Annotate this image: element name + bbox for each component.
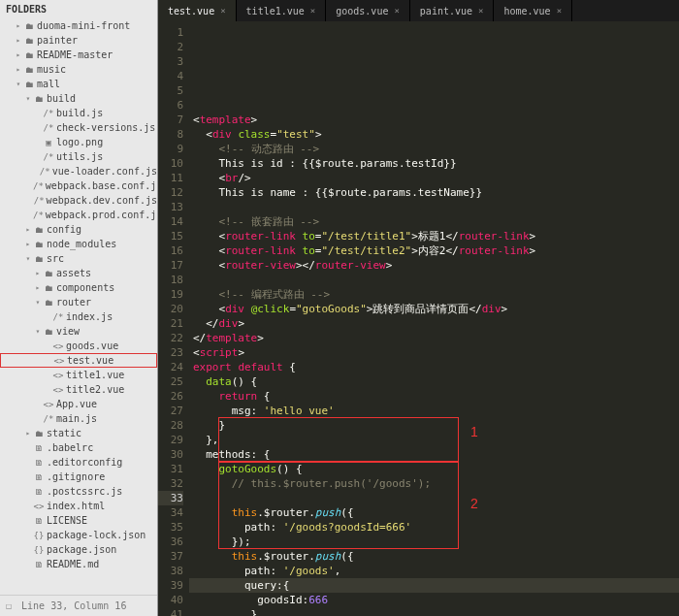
tree-node-label: webpack.base.conf.js xyxy=(46,180,157,191)
sidebar-statusbar: ☐ Line 33, Column 16 xyxy=(0,595,157,616)
code-line[interactable] xyxy=(189,200,679,214)
code-line[interactable]: this.$router.push({ xyxy=(189,549,679,564)
tree-node[interactable]: <>test.vue xyxy=(0,353,157,368)
code-line[interactable]: goodsId:666 xyxy=(189,593,679,607)
tree-node[interactable]: /*vue-loader.conf.js xyxy=(0,164,157,178)
code-line[interactable]: <!-- 嵌套路由 --> xyxy=(189,214,679,229)
code-line[interactable]: // this.$router.push('/goods'); xyxy=(189,476,679,491)
code-line[interactable]: <div @click="gotoGoods">跳转到商品详情页面</div> xyxy=(189,302,679,316)
tree-node[interactable]: /*index.js xyxy=(0,309,157,324)
code-line[interactable]: <div class="test"> xyxy=(189,127,679,142)
tree-node[interactable]: 🗎README.md xyxy=(0,557,157,571)
tree-node[interactable]: ▾🖿view xyxy=(0,324,157,339)
tree-node[interactable]: <>title2.vue xyxy=(0,382,157,397)
code-line[interactable]: This is id : {{$route.params.testId}} xyxy=(189,156,679,171)
code-line[interactable]: this.$router.push({ xyxy=(189,505,679,520)
twisty-icon: ▾ xyxy=(33,298,43,307)
tree-node[interactable]: ▾🖿src xyxy=(0,251,157,266)
tree-node[interactable]: {}package-lock.json xyxy=(0,528,157,542)
tree-node[interactable]: /*webpack.prod.conf.js xyxy=(0,208,157,222)
tree-node[interactable]: ▸🖿components xyxy=(0,280,157,295)
tree-node[interactable]: /*check-versions.js xyxy=(0,120,157,135)
tree-node[interactable]: /*main.js xyxy=(0,411,157,426)
code-line[interactable]: <router-link to="/test/title2">内容2</rout… xyxy=(189,243,679,258)
tree-node[interactable]: ▸🖿music xyxy=(0,62,157,77)
tree-node[interactable]: 🗎LICENSE xyxy=(0,513,157,528)
code-line[interactable]: This is name : {{$route.params.testName}… xyxy=(189,185,679,200)
code-line[interactable]: data() { xyxy=(189,374,679,389)
close-icon[interactable]: × xyxy=(557,6,562,16)
tab[interactable]: title1.vue× xyxy=(237,0,327,21)
code-line[interactable]: path: '/goods?goodsId=666' xyxy=(189,520,679,535)
tree-node[interactable]: <>goods.vue xyxy=(0,339,157,353)
tree-node[interactable]: ▸🖿duoma-mini-front xyxy=(0,18,157,33)
tree-node[interactable]: ▸🖿static xyxy=(0,426,157,440)
code-line[interactable]: <!-- 动态路由 --> xyxy=(189,142,679,156)
code-line[interactable]: <router-view></router-view> xyxy=(189,258,679,273)
file-icon: 🗎 xyxy=(33,472,45,482)
tree-node[interactable]: ▸🖿config xyxy=(0,222,157,237)
tree-node[interactable]: ▾🖿build xyxy=(0,91,157,106)
code-line[interactable]: <br/> xyxy=(189,171,679,185)
tree-node[interactable]: ▸🖿painter xyxy=(0,33,157,48)
tree-node[interactable]: ▣logo.png xyxy=(0,135,157,149)
close-icon[interactable]: × xyxy=(220,6,225,16)
tree-node[interactable]: <>index.html xyxy=(0,499,157,513)
close-icon[interactable]: × xyxy=(394,6,399,16)
code-line[interactable]: export default { xyxy=(189,360,679,374)
code-line[interactable]: </template> xyxy=(189,331,679,345)
tab-label: home.vue xyxy=(503,6,550,16)
tab-bar[interactable]: test.vue×title1.vue×goods.vue×paint.vue×… xyxy=(158,0,679,21)
code-line[interactable]: } xyxy=(189,607,679,616)
code-line[interactable]: return { xyxy=(189,389,679,404)
tree-node[interactable]: 🗎.babelrc xyxy=(0,440,157,455)
tree-node-label: view xyxy=(56,326,80,337)
tree-node[interactable]: 🗎.gitignore xyxy=(0,470,157,484)
code-line[interactable]: <script> xyxy=(189,345,679,360)
code-line[interactable]: gotoGoods() { xyxy=(189,462,679,476)
code-line[interactable]: query:{ xyxy=(189,578,679,593)
twisty-icon: ▸ xyxy=(14,36,23,45)
code-line[interactable]: <template> xyxy=(189,113,679,127)
tree-node[interactable]: ▾🖿mall xyxy=(0,77,157,91)
tree-node[interactable]: ▸🖿README-master xyxy=(0,48,157,62)
code-line[interactable]: <router-link to="/test/title1">标题1</rout… xyxy=(189,229,679,243)
sidebar-title: FOLDERS xyxy=(0,0,157,18)
tree-node[interactable]: /*webpack.dev.conf.js xyxy=(0,193,157,208)
source-view[interactable]: 1 2 <template> <div class="test"> <!-- 动… xyxy=(189,21,679,616)
tree-node[interactable]: <>App.vue xyxy=(0,397,157,411)
tree-node[interactable]: {}package.json xyxy=(0,542,157,557)
tree-node[interactable]: /*utils.js xyxy=(0,149,157,164)
code-line[interactable]: } xyxy=(189,418,679,433)
code-line[interactable]: }); xyxy=(189,535,679,549)
tab[interactable]: paint.vue× xyxy=(410,0,495,21)
code-line[interactable]: path: '/goods', xyxy=(189,564,679,578)
folder-icon: 🖿 xyxy=(23,65,35,75)
tree-node-label: package.json xyxy=(47,544,116,555)
close-icon[interactable]: × xyxy=(310,6,315,16)
tab[interactable]: goods.vue× xyxy=(326,0,410,21)
code-line[interactable]: }, xyxy=(189,433,679,447)
tree-node[interactable]: 🗎.editorconfig xyxy=(0,455,157,470)
tree-node[interactable]: ▸🖿assets xyxy=(0,266,157,280)
tree-node[interactable]: /*build.js xyxy=(0,106,157,120)
tree-node[interactable]: /*webpack.base.conf.js xyxy=(0,178,157,193)
line-gutter: 1234567891011121314151617181920212223242… xyxy=(158,21,189,616)
code-line[interactable] xyxy=(189,491,679,505)
close-icon[interactable]: × xyxy=(478,6,483,16)
tab[interactable]: home.vue× xyxy=(494,0,572,21)
file-tree[interactable]: ▸🖿duoma-mini-front▸🖿painter▸🖿README-mast… xyxy=(0,18,157,595)
code-line[interactable]: <!-- 编程式路由 --> xyxy=(189,287,679,302)
code-line[interactable]: methods: { xyxy=(189,447,679,462)
twisty-icon: ▸ xyxy=(23,429,33,438)
code-line[interactable] xyxy=(189,273,679,287)
tree-node[interactable]: ▸🖿node_modules xyxy=(0,237,157,251)
code-line[interactable]: msg: 'hello vue' xyxy=(189,404,679,418)
json-icon: {} xyxy=(33,545,45,555)
tree-node[interactable]: <>title1.vue xyxy=(0,368,157,382)
code-area[interactable]: 1234567891011121314151617181920212223242… xyxy=(158,21,679,616)
tab[interactable]: test.vue× xyxy=(158,0,237,21)
code-line[interactable]: </div> xyxy=(189,316,679,331)
tree-node[interactable]: 🗎.postcssrc.js xyxy=(0,484,157,499)
tree-node[interactable]: ▾🖿router xyxy=(0,295,157,309)
